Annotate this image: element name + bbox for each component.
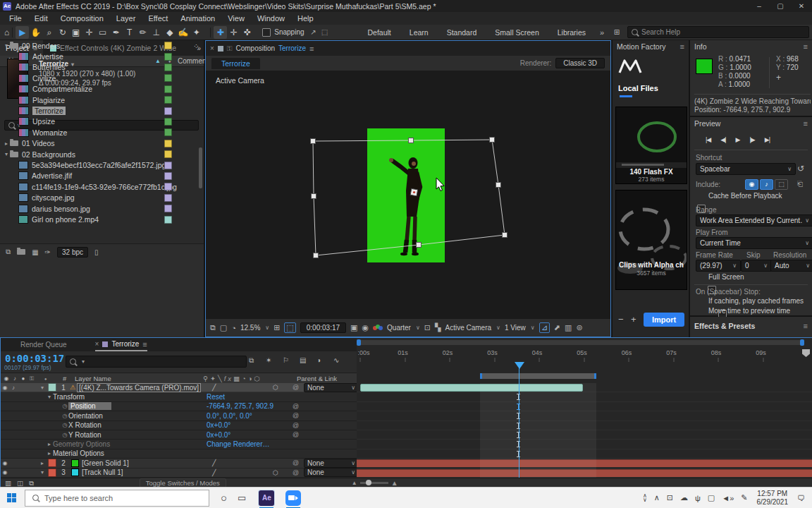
label-color-chip[interactable] <box>164 67 172 71</box>
viewer-tab-terrorize[interactable]: Terrorize <box>211 58 260 69</box>
solid-color-swatch[interactable] <box>71 468 79 476</box>
track-zoom-slider[interactable] <box>360 482 388 484</box>
panel-menu-icon[interactable]: ≡ <box>309 44 314 53</box>
workspace-libraries[interactable]: Libraries <box>548 28 595 37</box>
label-color-chip[interactable] <box>164 183 172 190</box>
shortcut-dropdown[interactable]: Spacebar∨ <box>696 163 796 175</box>
taskbar-search-box[interactable]: Type here to search <box>25 490 209 507</box>
property-row[interactable]: ◷Orientation0.0°, 0.0°, 0.0°@ <box>1 411 357 421</box>
property-value[interactable]: 0.0°, 0.0°, 0.0° <box>207 412 252 420</box>
label-color-chip[interactable] <box>164 162 172 169</box>
pan-behind-tool[interactable]: ✛ <box>82 26 96 39</box>
playhead-handle[interactable] <box>515 362 524 369</box>
parent-dropdown[interactable]: None∨ <box>304 459 357 468</box>
after-effects-taskbar-icon[interactable]: Ae <box>258 490 275 507</box>
close-button[interactable]: ✕ <box>791 2 812 10</box>
pixel-aspect-icon[interactable]: ⊿ <box>539 322 550 333</box>
show-channel-icon[interactable] <box>373 325 383 332</box>
label-color-chip[interactable] <box>164 85 172 93</box>
twirl-icon[interactable]: ▸ <box>39 460 46 466</box>
task-view-icon[interactable]: ▭ <box>238 492 246 503</box>
local-axis-mode[interactable]: ✚ <box>214 26 227 39</box>
label-color-chip[interactable] <box>164 216 172 224</box>
menu-layer[interactable]: Layer <box>110 14 142 23</box>
new-folder-icon[interactable] <box>17 249 25 255</box>
twirl-icon[interactable]: ▾ <box>46 394 53 400</box>
mf-pack-flash-fx[interactable]: 140 Flash FX 273 items <box>615 107 687 184</box>
tab-terrorize[interactable]: × Terrorize≡ <box>95 338 147 351</box>
camera-tool[interactable]: ▣ <box>69 26 82 39</box>
play-from-dropdown[interactable]: Current Time∨ <box>696 237 812 249</box>
transparency-grid-icon[interactable]: ▚ <box>435 323 441 332</box>
roto-brush-tool[interactable]: ✍ <box>176 26 190 39</box>
region-of-interest-icon[interactable]: ⊡ <box>424 323 431 332</box>
stopwatch-icon[interactable]: ◷ <box>61 432 68 438</box>
label-color-chip[interactable] <box>164 194 172 202</box>
3d-layer-switch-icon[interactable]: ⬡ <box>273 469 278 476</box>
solid-color-swatch[interactable] <box>71 459 79 467</box>
range-dropdown[interactable]: Work Area Extended By Current…∨ <box>696 214 812 226</box>
twirl-icon[interactable]: ▸ <box>3 140 10 147</box>
layer-name-column[interactable]: Layer Name <box>75 375 111 382</box>
layer-name[interactable]: [Track Null 1] <box>82 468 123 476</box>
project-item[interactable]: Advertise.jfif <box>0 171 204 181</box>
mask-visibility-icon[interactable]: ◔ <box>231 324 236 332</box>
label-color-chip[interactable] <box>164 74 172 82</box>
rectangle-tool[interactable]: ▭ <box>96 26 109 39</box>
frame-blending-icon[interactable]: ▤ <box>300 356 306 364</box>
brush-tool[interactable]: ✏ <box>136 26 149 39</box>
project-item[interactable]: Womanize <box>0 127 204 138</box>
current-timecode[interactable]: 0:00:03:17 <box>5 353 64 364</box>
property-row[interactable]: ▾TransformReset <box>1 392 357 401</box>
snapping-checkbox[interactable] <box>262 28 271 37</box>
property-pickwhip-icon[interactable]: @ <box>293 431 299 438</box>
work-area-bar[interactable] <box>480 373 596 379</box>
layer-label-chip[interactable] <box>48 468 56 477</box>
parent-dropdown[interactable]: None∨ <box>304 383 357 392</box>
selection-tool[interactable]: ▶ <box>16 26 29 39</box>
include-overlays-icon[interactable]: ⬚ <box>775 179 788 190</box>
navigator-start-handle[interactable] <box>357 339 361 346</box>
comp-timecode[interactable]: 0:00:03:17 <box>300 322 346 333</box>
primary-monitor-icon[interactable]: ▢ <box>220 323 227 332</box>
quality-switch-icon[interactable]: ╱ <box>212 469 216 476</box>
menu-edit[interactable]: Edit <box>28 14 54 23</box>
menu-composition[interactable]: Composition <box>54 14 110 23</box>
network-icon[interactable]: ▢ <box>708 493 715 502</box>
toggle-transfer-controls-icon[interactable]: ◫ <box>17 479 23 487</box>
twirl-icon[interactable]: ▾ <box>39 469 46 476</box>
view-layout-dropdown[interactable]: 1 View∨ <box>505 324 535 332</box>
home-tool[interactable]: ⌂ <box>4 28 9 37</box>
property-name[interactable]: Transform <box>53 393 85 401</box>
quality-switch-icon[interactable]: ╱ <box>212 384 216 391</box>
panel-menu-icon[interactable]: ≡ <box>804 322 808 330</box>
property-row[interactable]: ◷Position-7664.9, 275.7, 902.9@ <box>1 402 357 411</box>
menu-file[interactable]: File <box>3 14 28 23</box>
mf-pack-alpha-clips[interactable]: Clips with Alpha ch 3657 items <box>615 190 687 290</box>
project-item[interactable]: Butterflies <box>0 67 204 73</box>
twirl-icon[interactable]: ▾ <box>39 385 46 391</box>
property-pickwhip-icon[interactable]: @ <box>293 422 299 429</box>
navigator-end-handle[interactable] <box>800 339 804 346</box>
property-row[interactable]: ◷X Rotation0x+0.0°@ <box>1 421 357 430</box>
comp-marker-bin-icon[interactable] <box>802 349 810 357</box>
zoom-in-button[interactable]: + <box>631 314 636 325</box>
world-axis-mode[interactable]: ✛ <box>227 26 240 39</box>
project-item[interactable]: darius benson.jpg <box>0 203 204 214</box>
clock[interactable]: 12:57 PM 6/29/2021 <box>757 490 789 507</box>
help-search-box[interactable]: Search Help <box>627 26 809 38</box>
microphone-icon[interactable]: ψ <box>695 494 701 502</box>
view-axis-mode[interactable]: ✜ <box>240 26 254 39</box>
property-name[interactable]: Orientation <box>68 412 103 420</box>
eye-toggle-icon[interactable]: ◉ <box>1 385 9 391</box>
project-item-selected[interactable]: Terrorize <box>0 105 204 116</box>
renderer-button[interactable]: Classic 3D <box>555 58 605 68</box>
layer-row[interactable]: ◉▸2[Green Solid 1]╱@None∨ <box>1 459 357 468</box>
histogram-icon[interactable]: ▥ <box>565 323 572 332</box>
label-color-chip[interactable] <box>164 172 172 180</box>
property-name[interactable]: Position <box>68 402 111 410</box>
eye-toggle-icon[interactable]: ◉ <box>1 460 9 466</box>
toggle-inout-icon[interactable]: ⧉ <box>29 479 34 488</box>
project-item[interactable]: Civilize <box>0 73 204 83</box>
next-frame-button[interactable]: |▶ <box>749 136 754 143</box>
